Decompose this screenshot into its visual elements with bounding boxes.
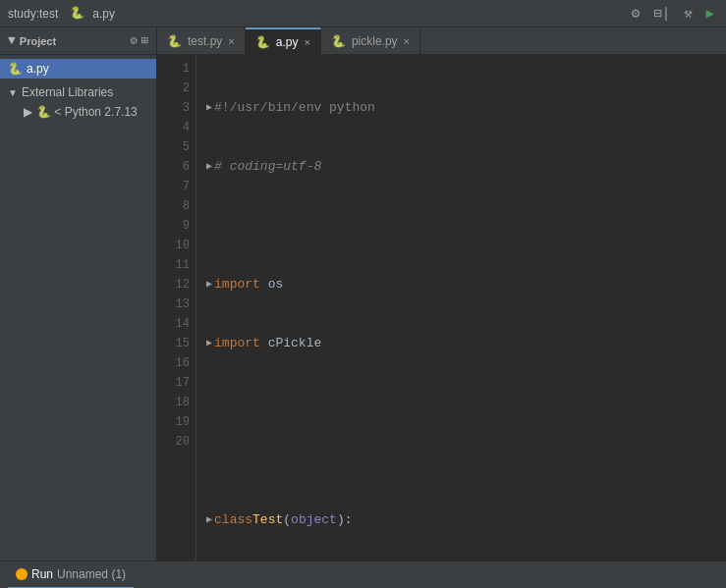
code-line-7 [206, 452, 726, 471]
sidebar-title: Project [20, 35, 56, 47]
tab-icon-a: 🐍 [255, 35, 270, 49]
filename-tab: a.py [92, 7, 115, 21]
code-editor[interactable]: 12345 678910 1112131415 1617181920 ▶#!/u… [157, 55, 726, 561]
tab-icon: 🐍 [70, 6, 84, 21]
bottom-tabs: Run Unnamed (1) [0, 561, 726, 588]
python-interpreter[interactable]: ▶ 🐍 < Python 2.7.13 [0, 102, 156, 122]
tab-close-pickle[interactable]: × [404, 35, 410, 47]
code-content[interactable]: ▶#!/usr/bin/env python ▶# coding=utf-8 ▶… [196, 55, 726, 561]
run-icon-top[interactable]: ▶ [702, 3, 718, 24]
editor-area: 🐍 test.py × 🐍 a.py × 🐍 pickle.py × 12345… [157, 27, 726, 561]
tab-label-test: test.py [188, 34, 222, 48]
python-path: 🐍 < Python 2.7.13 [36, 105, 138, 119]
external-libs-header[interactable]: ▼ External Libraries [0, 82, 156, 102]
external-libs-section: ▼ External Libraries ▶ 🐍 < Python 2.7.13 [0, 82, 156, 122]
line-numbers: 12345 678910 1112131415 1617181920 [157, 55, 196, 561]
bottom-panel: Run Unnamed (1) ▶ ↓ ⏸ ⊟ ≡ ↑ 🗑 ✕ ? NET [ … [0, 561, 726, 588]
sidebar: ▼ Project ⚙ ⊞ 🐍 a.py ▼ External Librarie… [0, 27, 157, 561]
sidebar-header-icons: ⚙ ⊞ [131, 33, 148, 48]
top-bar: study:test 🐍 a.py ⚙ ⊟| ⚒ ▶ [0, 0, 726, 27]
python-icon: ▶ [24, 105, 32, 119]
sidebar-item-apy[interactable]: 🐍 a.py [0, 59, 156, 79]
external-libs-label: External Libraries [22, 85, 113, 99]
cog-icon[interactable]: ⚙ [131, 33, 138, 48]
sidebar-collapse-arrow[interactable]: ▼ [8, 33, 16, 48]
tab-icon-test: 🐍 [167, 34, 182, 48]
sidebar-header: ▼ Project ⚙ ⊞ [0, 27, 156, 55]
code-line-3 [206, 216, 726, 236]
run-indicator [16, 568, 28, 580]
editor-tabs: 🐍 test.py × 🐍 a.py × 🐍 pickle.py × [157, 27, 726, 55]
main-layout: ▼ Project ⚙ ⊞ 🐍 a.py ▼ External Librarie… [0, 27, 726, 561]
app-title: study:test [8, 7, 58, 21]
run-tab-label: Run [31, 567, 53, 581]
code-line-4: ▶import os [206, 275, 726, 294]
toolbar-icons: ⚙ ⊟| ⚒ ▶ [628, 3, 718, 24]
tab-label-pickle: pickle.py [352, 34, 398, 48]
external-libs-arrow: ▼ [8, 87, 18, 98]
tab-close-a[interactable]: × [304, 36, 309, 48]
run-tab[interactable]: Run Unnamed (1) [8, 561, 134, 589]
code-line-2: ▶# coding=utf-8 [206, 157, 726, 177]
code-line-8: ▶class Test(object): [206, 510, 726, 530]
tab-icon-pickle: 🐍 [331, 34, 346, 48]
code-line-1: ▶#!/usr/bin/env python [206, 98, 726, 118]
tab-a-py[interactable]: 🐍 a.py × [246, 27, 321, 54]
tab-pickle-py[interactable]: 🐍 pickle.py × [321, 27, 420, 54]
tab-close-test[interactable]: × [228, 35, 234, 47]
code-line-6 [206, 393, 726, 412]
columns-icon[interactable]: ⊟| [649, 3, 674, 24]
tab-label-a: a.py [276, 35, 299, 49]
sidebar-item-label: a.py [27, 62, 49, 76]
run-tab-name: Unnamed (1) [57, 567, 126, 581]
expand-icon[interactable]: ⊞ [141, 33, 148, 48]
settings-icon[interactable]: ⚙ [628, 3, 643, 24]
code-line-5: ▶import cPickle [206, 334, 726, 353]
build-icon[interactable]: ⚒ [680, 3, 696, 24]
tab-test-py[interactable]: 🐍 test.py × [157, 27, 246, 54]
file-icon: 🐍 [8, 62, 23, 76]
project-files: 🐍 a.py [0, 59, 156, 79]
